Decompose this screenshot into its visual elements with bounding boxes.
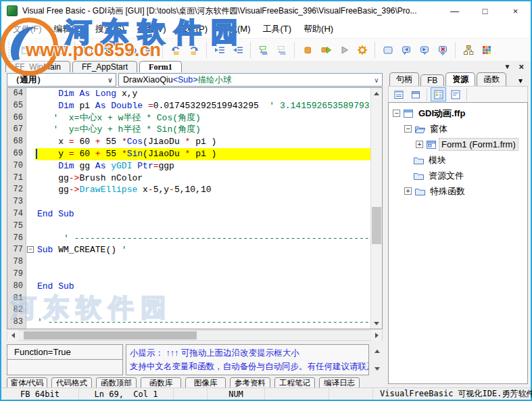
code-line[interactable]: 76 ' -----------------------------------… — [7, 233, 382, 245]
toolbar-separator — [250, 42, 251, 58]
form-window-button[interactable] — [408, 87, 423, 101]
code-line[interactable]: 74End Sub — [7, 208, 382, 220]
bubble-prev-button[interactable] — [397, 41, 415, 59]
menu-item-5[interactable]: 格式(M) — [214, 21, 257, 37]
bubble-delete-button[interactable] — [433, 41, 452, 59]
menu-item-7[interactable]: 帮助(H) — [297, 21, 339, 37]
tip-scroll-down-icon[interactable] — [372, 363, 383, 374]
step-run-button[interactable] — [316, 41, 335, 59]
tip-scrollbar[interactable] — [372, 344, 383, 375]
code-line[interactable]: 77−Sub WM_CREATE() ' — [7, 244, 382, 256]
tree-collapse-button[interactable] — [448, 87, 463, 101]
scroll-down-icon[interactable] — [371, 318, 382, 329]
tree-item[interactable]: 资源文件 — [389, 168, 527, 183]
code-line[interactable]: 79 — [7, 268, 382, 281]
resize-grip[interactable] — [523, 392, 529, 398]
run-button[interactable] — [335, 41, 353, 59]
code-line[interactable]: 69 y = 60 + 55 *Sin(JiaoDu * pi ) — [7, 148, 382, 160]
tree-expander-icon[interactable]: + — [404, 187, 412, 195]
menu-item-2[interactable]: 搜索(S) — [89, 21, 130, 37]
redo-button[interactable] — [185, 41, 203, 59]
scroll-left-icon[interactable] — [7, 330, 18, 341]
code-line[interactable]: 68 x = 60 + 55 *Cos(JiaoDu * pi ) — [7, 136, 382, 148]
form-window-button[interactable] — [78, 41, 97, 59]
menu-item-3[interactable]: 视图(V) — [130, 21, 172, 37]
doc-text-button[interactable] — [391, 87, 406, 101]
tip-scroll-up-icon[interactable] — [372, 346, 383, 356]
panel-tab-句柄[interactable]: 句柄 — [389, 72, 419, 86]
toolbar-grip[interactable] — [8, 42, 10, 58]
open-folder-button[interactable] — [34, 41, 53, 59]
comment-remove-button[interactable] — [272, 41, 291, 59]
panel-tab-资源[interactable]: 资源 — [445, 72, 475, 86]
code-line[interactable]: 80End Sub — [7, 281, 382, 293]
tree-item[interactable]: −GDI动画.ffp — [389, 105, 527, 121]
vertical-scroll-thumb[interactable] — [372, 207, 381, 244]
panel-tab-dropdown-icon[interactable]: ▼ — [517, 77, 528, 86]
code-line[interactable]: 65 Dim pi As Double =0.01745329251994329… — [7, 100, 382, 112]
tab-list-dropdown-icon[interactable]: ▼ — [504, 63, 511, 70]
code-line[interactable]: 72 gg->DrawEllipse x-5,y-5,10,10 — [7, 184, 382, 196]
window-tree-button[interactable] — [459, 41, 477, 59]
tree-item[interactable]: +Form1 (Form1.frm) — [389, 137, 527, 152]
tree-item[interactable]: +特殊函数 — [389, 183, 527, 199]
scroll-up-icon[interactable] — [371, 88, 382, 99]
code-line[interactable]: 73 — [7, 196, 382, 208]
comment-add-button[interactable] — [254, 41, 272, 59]
member-dropdown[interactable]: DrawXiaoQiu <Sub> 描绘小球 ∨ — [118, 73, 383, 87]
scroll-right-icon[interactable] — [371, 330, 382, 341]
code-line[interactable]: 71 gg->Brush nColor — [7, 172, 382, 185]
scope-dropdown[interactable]: （通用） ∨ — [7, 73, 116, 87]
code-line[interactable]: 75 — [7, 220, 382, 233]
code-line[interactable]: 67 ' y=中心y + h半径 * Sin(角度) — [7, 124, 382, 136]
pause-button[interactable] — [298, 41, 316, 59]
new-form-button[interactable] — [16, 41, 34, 59]
tree-view-button[interactable] — [431, 87, 446, 101]
tree-item[interactable]: 模块 — [389, 152, 527, 168]
code-line[interactable]: 70 Dim gg As yGDI Ptr=ggp — [7, 160, 382, 172]
tree-expander-icon[interactable]: − — [393, 110, 400, 117]
find-next-icon — [145, 45, 155, 55]
settings-gear-button[interactable] — [353, 41, 371, 59]
menu-item-6[interactable]: 工具(T) — [256, 21, 297, 37]
minimize-button[interactable]: — — [439, 1, 470, 20]
indent-decrease-button[interactable] — [228, 41, 247, 59]
panel-tab-FB[interactable]: FB — [420, 74, 444, 86]
code-line[interactable]: 66 ' x=中心x + w半径 * Cos(角度) — [7, 112, 382, 124]
tree-expander-icon[interactable]: − — [404, 125, 412, 133]
menu-item-1[interactable]: 编辑(E) — [48, 21, 89, 37]
editor-horizontal-scrollbar[interactable] — [7, 330, 383, 341]
save-button[interactable] — [53, 41, 71, 59]
horizontal-scroll-thumb[interactable] — [24, 331, 197, 339]
doc-tab-FF_AppStart[interactable]: FF_AppStart — [72, 61, 137, 72]
bubble-next-button[interactable] — [415, 41, 433, 59]
fold-collapse-icon[interactable]: − — [27, 246, 34, 253]
app-logo-icon — [7, 5, 18, 16]
code-editor[interactable]: 64 Dim As Long x,y65 Dim pi As Double =0… — [7, 87, 383, 329]
indent-increase-button[interactable] — [210, 41, 228, 59]
find-button[interactable] — [122, 41, 141, 59]
panel-button[interactable] — [379, 41, 397, 59]
undo-button[interactable] — [166, 41, 185, 59]
tree-item[interactable]: −窗体 — [389, 121, 527, 137]
editor-vertical-scrollbar[interactable] — [370, 88, 382, 329]
doc-tab-Form1[interactable]: Form1 — [139, 61, 182, 72]
line-number: 65 — [7, 100, 26, 112]
menu-item-0[interactable]: 文件(F) — [7, 21, 48, 37]
maximize-button[interactable]: □ — [470, 1, 500, 20]
code-line[interactable]: 64 Dim As Long x,y — [7, 88, 382, 100]
find-next-button[interactable] — [141, 41, 159, 59]
doc-tab-FF_WinMain[interactable]: FF_WinMain — [5, 61, 70, 72]
code-line[interactable]: 78 — [7, 256, 382, 268]
color-grid-button[interactable] — [477, 41, 495, 59]
tab-close-icon[interactable]: × — [518, 62, 524, 72]
menu-item-4[interactable]: 工程(P) — [172, 21, 214, 37]
code-line[interactable]: 82 — [7, 304, 382, 316]
panel-tab-函数[interactable]: 函数 — [477, 72, 506, 86]
tree-expander-icon[interactable]: + — [416, 141, 423, 148]
code-line[interactable]: 81 — [7, 293, 382, 305]
form-design-button[interactable] — [97, 41, 115, 59]
code-line[interactable]: 83' ------------------------------------… — [7, 316, 382, 329]
close-button[interactable]: × — [500, 1, 531, 20]
num-lock-indicator: NUM — [208, 388, 265, 400]
